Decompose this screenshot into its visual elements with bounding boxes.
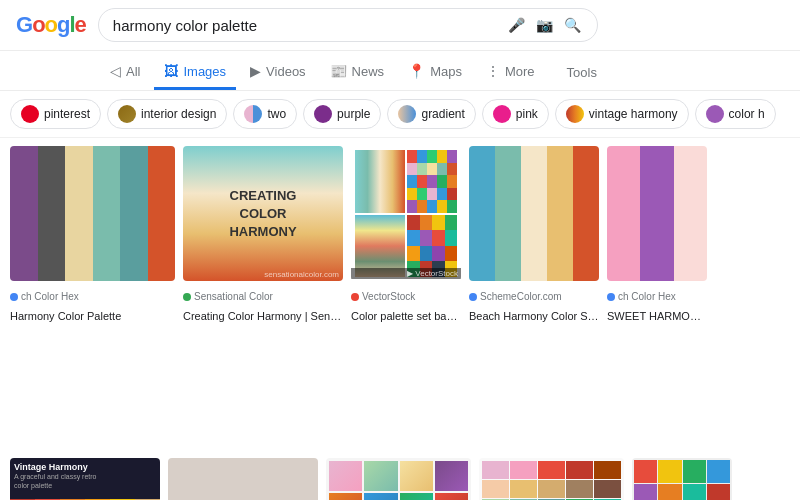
- creating-text: CREATINGCOLOR HARMONY: [223, 186, 303, 241]
- tab-maps[interactable]: 📍 Maps: [398, 55, 472, 90]
- voice-search-icon[interactable]: 🎤: [507, 15, 527, 35]
- filter-two-label: two: [267, 107, 286, 121]
- image-vectorstock[interactable]: ▶ VectorStock: [351, 146, 461, 281]
- tab-videos[interactable]: ▶ Videos: [240, 55, 316, 90]
- images-icon: 🖼: [164, 63, 178, 79]
- tab-news[interactable]: 📰 News: [320, 55, 395, 90]
- gradient-swatch: [398, 105, 416, 123]
- img-col-r2-2: #72372#8A4A4A#A16A6A#AFC31#9A62A Legal H…: [168, 458, 318, 500]
- filter-pink-label: pink: [516, 107, 538, 121]
- source-schemecolor: SchemeColor.com: [469, 291, 599, 302]
- source-sensational: Sensational Color: [183, 291, 343, 302]
- header: Google harmony color palette 🎤 📷 🔍: [0, 0, 800, 51]
- filter-interior-label: interior design: [141, 107, 216, 121]
- filter-color-h-label: color h: [729, 107, 765, 121]
- img-col-1: ch Color Hex Harmony Color Palette: [10, 146, 175, 450]
- pinterest-swatch: [21, 105, 39, 123]
- filter-interior-design[interactable]: interior design: [107, 99, 227, 129]
- image-lee-angold[interactable]: [326, 458, 471, 500]
- tab-videos-label: Videos: [266, 64, 306, 79]
- image-color-hex-1[interactable]: [10, 146, 175, 281]
- search-bar: harmony color palette 🎤 📷 🔍: [98, 8, 598, 42]
- tab-more[interactable]: ⋮ More: [476, 55, 545, 90]
- filter-purple[interactable]: purple: [303, 99, 381, 129]
- tab-images[interactable]: 🖼 Images: [154, 55, 236, 90]
- image-colorpoint[interactable]: #72372#8A4A4A#A16A6A#AFC31#9A62A Legal H…: [168, 458, 318, 500]
- filter-vintage-label: vintage harmony: [589, 107, 678, 121]
- img-col-2: CREATINGCOLOR HARMONY sensationalcolor.c…: [183, 146, 343, 450]
- title-color-hex-1: Harmony Color Palette: [10, 310, 175, 322]
- filter-pinterest-label: pinterest: [44, 107, 90, 121]
- title-sensational: Creating Color Harmony | Sensationa...: [183, 310, 343, 322]
- filter-color-h[interactable]: color h: [695, 99, 776, 129]
- tab-tools[interactable]: Tools: [557, 57, 607, 88]
- image-dreamstime[interactable]: [632, 458, 732, 500]
- videos-icon: ▶: [250, 63, 261, 79]
- image-grid-row1: ch Color Hex Harmony Color Palette CREAT…: [0, 138, 800, 458]
- filter-purple-label: purple: [337, 107, 370, 121]
- tab-more-label: More: [505, 64, 535, 79]
- two-swatch: [244, 105, 262, 123]
- img-col-5: ch Color Hex SWEET HARMONY Co: [607, 146, 707, 450]
- image-schemecolor[interactable]: [469, 146, 599, 281]
- search-input[interactable]: harmony color palette: [113, 17, 499, 34]
- tab-images-label: Images: [183, 64, 226, 79]
- img-col-r2-3: Lee Angold Colour harmony, limited palet…: [326, 458, 471, 500]
- tab-maps-label: Maps: [430, 64, 462, 79]
- title-vectorstock: Color palette set backgrou...: [351, 310, 461, 322]
- color-h-swatch: [706, 105, 724, 123]
- source-color-hex-2: ch Color Hex: [607, 291, 707, 302]
- filter-pinterest[interactable]: pinterest: [10, 99, 101, 129]
- nav-tabs: ◁ All 🖼 Images ▶ Videos 📰 News 📍 Maps ⋮ …: [0, 51, 800, 91]
- tab-news-label: News: [352, 64, 385, 79]
- img-col-4: SchemeColor.com Beach Harmony Color Sche…: [469, 146, 599, 450]
- image-sensational[interactable]: CREATINGCOLOR HARMONY sensationalcolor.c…: [183, 146, 343, 281]
- image-deviantart[interactable]: Vintage Harmony A graceful and classy re…: [10, 458, 160, 500]
- img-col-r2-5: Dreamstime Color Palette Set Back...: [632, 458, 732, 500]
- interior-design-swatch: [118, 105, 136, 123]
- filter-pink[interactable]: pink: [482, 99, 549, 129]
- search-icons: 🎤 📷 🔍: [507, 15, 583, 35]
- title-schemecolor: Beach Harmony Color Scheme » Blue ...: [469, 310, 599, 322]
- img-col-r2-1: Vintage Harmony A graceful and classy re…: [10, 458, 160, 500]
- image-color-hex-2[interactable]: [607, 146, 707, 281]
- filter-gradient-label: gradient: [421, 107, 464, 121]
- tab-all-label: All: [126, 64, 140, 79]
- news-icon: 📰: [330, 63, 347, 79]
- search-submit-icon[interactable]: 🔍: [563, 15, 583, 35]
- all-icon: ◁: [110, 63, 121, 79]
- tab-all[interactable]: ◁ All: [100, 55, 150, 90]
- title-color-hex-2: SWEET HARMONY Co: [607, 310, 707, 322]
- pink-swatch: [493, 105, 511, 123]
- more-icon: ⋮: [486, 63, 500, 79]
- image-123rf[interactable]: [479, 458, 624, 500]
- vintage-swatch: [566, 105, 584, 123]
- img-col-3: ▶ VectorStock VectorStock Color palette …: [351, 146, 461, 450]
- google-logo: Google: [16, 12, 86, 38]
- maps-icon: 📍: [408, 63, 425, 79]
- filter-vintage-harmony[interactable]: vintage harmony: [555, 99, 689, 129]
- purple-swatch: [314, 105, 332, 123]
- img-col-r2-4: 123RF Color Palette Set Backgr...: [479, 458, 624, 500]
- source-color-hex-1: ch Color Hex: [10, 291, 175, 302]
- image-grid-row2: Vintage Harmony A graceful and classy re…: [0, 458, 800, 500]
- source-vectorstock: VectorStock: [351, 291, 461, 302]
- filter-two[interactable]: two: [233, 99, 297, 129]
- filter-gradient[interactable]: gradient: [387, 99, 475, 129]
- image-search-icon[interactable]: 📷: [535, 15, 555, 35]
- filter-row: pinterest interior design two purple gra…: [0, 91, 800, 138]
